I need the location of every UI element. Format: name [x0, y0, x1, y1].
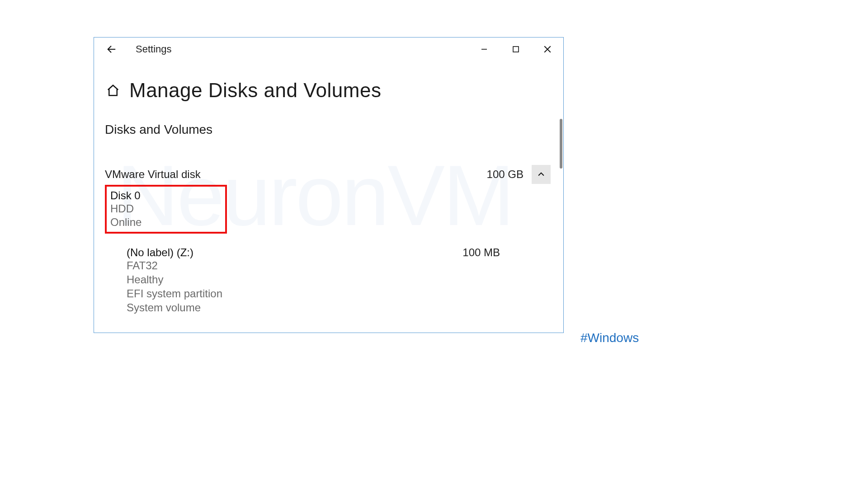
minimize-button[interactable] [468, 38, 500, 61]
disk-media: HDD [110, 202, 222, 216]
volume-partition: EFI system partition [127, 287, 222, 301]
page-header: Manage Disks and Volumes [94, 61, 563, 102]
disk-name: VMware Virtual disk [105, 168, 201, 181]
volume-health: Healthy [127, 273, 222, 287]
disk-meta-highlight[interactable]: Disk 0 HDD Online [105, 185, 227, 234]
disk-block: VMware Virtual disk 100 GB Disk 0 HDD On… [105, 165, 551, 324]
chevron-up-icon [537, 170, 546, 179]
minimize-icon [481, 46, 488, 53]
disk-size: 100 GB [487, 168, 524, 181]
section-title: Disks and Volumes [105, 122, 551, 137]
volume-fs: FAT32 [127, 259, 222, 273]
volume-info: (No label) (Z:) FAT32 Healthy EFI system… [127, 246, 222, 314]
content-area: Disks and Volumes VMware Virtual disk 10… [94, 102, 563, 324]
app-title: Settings [136, 43, 172, 55]
disk-id: Disk 0 [110, 189, 222, 202]
back-button[interactable] [102, 40, 120, 58]
disk-status: Online [110, 216, 222, 229]
close-icon [543, 45, 552, 53]
close-button[interactable] [532, 38, 563, 61]
maximize-button[interactable] [500, 38, 532, 61]
volume-role: System volume [127, 301, 222, 315]
volume-row[interactable]: (No label) (Z:) FAT32 Healthy EFI system… [105, 246, 551, 314]
home-icon [106, 84, 120, 97]
window-controls [468, 38, 563, 61]
arrow-left-icon [106, 44, 116, 54]
page-title: Manage Disks and Volumes [129, 79, 381, 102]
volume-label: (No label) (Z:) [127, 246, 222, 259]
disk-header-row[interactable]: VMware Virtual disk 100 GB [105, 165, 551, 184]
volume-size: 100 MB [462, 246, 500, 259]
titlebar: Settings [94, 38, 563, 61]
hashtag-label: #Windows [580, 331, 639, 345]
disk-expander[interactable] [532, 165, 551, 184]
home-button[interactable] [105, 82, 121, 99]
maximize-icon [512, 46, 519, 53]
svg-rect-0 [513, 47, 519, 52]
settings-window: NeuronVM Settings Manage Disk [94, 37, 564, 333]
